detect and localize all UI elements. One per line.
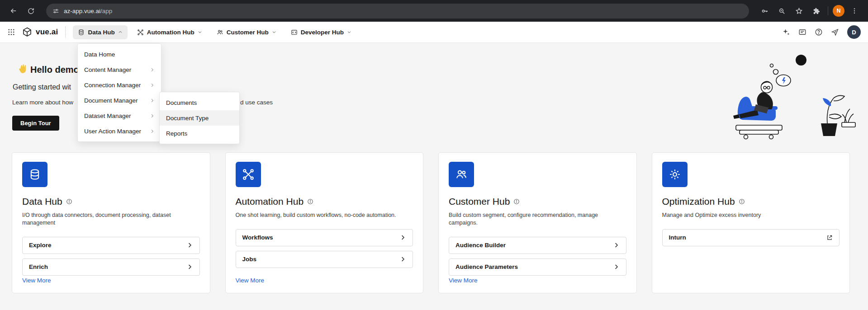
- view-more-link[interactable]: View More: [236, 277, 265, 284]
- app-profile-avatar[interactable]: D: [847, 25, 861, 39]
- audience-parameters-button[interactable]: Audience Parameters: [449, 258, 626, 276]
- chevron-right-icon: [399, 234, 406, 241]
- card-customer-hub: Customer Hub Build custom segment, confi…: [438, 152, 637, 293]
- info-icon[interactable]: [307, 198, 313, 205]
- hero-illustration: [712, 52, 857, 145]
- nav-item-label: Data Hub: [88, 29, 114, 36]
- action-label: Jobs: [242, 256, 257, 263]
- menu-item-label: Reports: [166, 130, 187, 137]
- info-icon[interactable]: [66, 198, 72, 205]
- menu-item-label: Document Type: [166, 115, 209, 122]
- chevron-right-icon: [399, 256, 406, 263]
- card-title: Automation Hub: [236, 196, 304, 207]
- card-description: Manage and Optimize excess inventory: [662, 211, 840, 219]
- menu-item-content-manager[interactable]: Content Manager: [78, 62, 161, 77]
- database-icon: [22, 162, 47, 187]
- hero-description-left: Learn more about how: [12, 99, 73, 106]
- menu-item-label: User Action Manager: [84, 128, 141, 135]
- menu-item-user-action-manager[interactable]: User Action Manager: [78, 123, 161, 139]
- submenu-item-document-type[interactable]: Document Type: [160, 110, 239, 126]
- chevron-right-icon: [186, 242, 193, 249]
- help-icon[interactable]: [815, 28, 823, 36]
- card-data-hub: Data Hub I/O through data connectors, do…: [12, 152, 210, 293]
- submenu-item-reports[interactable]: Reports: [160, 126, 239, 141]
- info-icon[interactable]: [513, 198, 520, 205]
- menu-item-label: Dataset Manager: [84, 113, 131, 119]
- chrome-separator: [828, 6, 828, 15]
- browser-profile-avatar[interactable]: N: [833, 5, 844, 17]
- chevron-right-icon: [613, 263, 620, 270]
- hero-subtitle: Getting started wit: [13, 83, 71, 91]
- menu-item-label: Documents: [166, 99, 197, 106]
- chevron-right-icon: [150, 113, 155, 118]
- enrich-button[interactable]: Enrich: [22, 258, 200, 276]
- vueai-logo-mark-icon: [22, 27, 33, 38]
- site-controls-icon[interactable]: [52, 8, 59, 14]
- chevron-right-icon: [150, 98, 155, 103]
- workflows-button[interactable]: Workflows: [236, 229, 413, 246]
- logo-text: vue.ai: [36, 28, 58, 37]
- inturn-button[interactable]: Inturn: [662, 229, 840, 246]
- nav-item-customer-hub[interactable]: Customer Hub: [212, 25, 281, 39]
- action-label: Workflows: [242, 234, 273, 241]
- action-label: Audience Parameters: [455, 263, 518, 270]
- chevron-down-icon: [347, 30, 351, 34]
- submenu-item-documents[interactable]: Documents: [160, 95, 239, 110]
- hub-cards: Data Hub I/O through data connectors, do…: [12, 152, 850, 293]
- audience-builder-button[interactable]: Audience Builder: [449, 237, 626, 254]
- back-icon[interactable]: [6, 4, 21, 18]
- card-description: One shot learning, build custom workflow…: [236, 211, 413, 219]
- nav-item-developer-hub[interactable]: Developer Hub: [286, 25, 356, 39]
- card-description: Build custom segment, configure recommen…: [449, 211, 626, 227]
- apps-grid-icon[interactable]: [7, 28, 15, 36]
- card-title: Data Hub: [22, 196, 62, 207]
- nav-item-data-hub[interactable]: Data Hub: [73, 25, 127, 39]
- menu-item-document-manager[interactable]: Document Manager: [78, 93, 161, 108]
- nav-item-automation-hub[interactable]: Automation Hub: [132, 25, 207, 39]
- panel-icon[interactable]: [798, 28, 806, 36]
- menu-item-data-home[interactable]: Data Home: [78, 47, 161, 62]
- jobs-button[interactable]: Jobs: [236, 251, 413, 268]
- menu-item-label: Content Manager: [84, 66, 131, 73]
- card-description: I/O through data connectors, document pr…: [22, 211, 200, 227]
- view-more-link[interactable]: View More: [22, 277, 51, 284]
- action-label: Enrich: [29, 263, 48, 270]
- card-title: Customer Hub: [449, 196, 510, 207]
- url-host: az-app.vue.ai: [64, 8, 100, 14]
- vueai-logo[interactable]: vue.ai: [22, 27, 58, 38]
- extensions-puzzle-icon[interactable]: [809, 4, 823, 18]
- bookmark-star-icon[interactable]: [792, 4, 806, 18]
- zoom-icon[interactable]: [774, 4, 789, 18]
- key-icon[interactable]: [757, 4, 772, 18]
- chevron-down-icon: [272, 30, 276, 34]
- sparkle-icon[interactable]: [782, 28, 790, 36]
- card-automation-hub: Automation Hub One shot learning, build …: [225, 152, 424, 293]
- send-icon[interactable]: [831, 28, 839, 36]
- chevron-right-icon: [150, 67, 155, 72]
- menu-item-dataset-manager[interactable]: Dataset Manager: [78, 108, 161, 123]
- nav-items: Data Hub Automation Hub Customer Hub: [73, 25, 356, 39]
- view-more-link[interactable]: View More: [449, 277, 478, 284]
- database-icon: [78, 29, 85, 36]
- app-top-nav: vue.ai Data Hub Automation Hub C: [0, 22, 868, 43]
- browser-chrome: az-app.vue.ai/app N: [0, 0, 868, 22]
- wave-icon: [17, 63, 28, 75]
- menu-item-connection-manager[interactable]: Connection Manager: [78, 77, 161, 93]
- menu-dots-icon[interactable]: [847, 4, 862, 18]
- chevron-up-icon: [118, 30, 123, 34]
- info-icon[interactable]: [739, 198, 745, 205]
- explore-button[interactable]: Explore: [22, 237, 200, 254]
- chevron-down-icon: [198, 30, 202, 34]
- external-link-icon: [826, 235, 833, 241]
- code-window-icon: [291, 29, 298, 36]
- refresh-icon[interactable]: [24, 4, 38, 18]
- workflow-icon: [236, 162, 261, 187]
- url-bar[interactable]: az-app.vue.ai/app: [46, 4, 749, 19]
- nav-divider: [65, 27, 66, 38]
- workflow-icon: [137, 29, 144, 36]
- menu-item-label: Data Home: [84, 51, 115, 58]
- nav-item-label: Customer Hub: [227, 29, 269, 36]
- chevron-right-icon: [150, 129, 155, 134]
- menu-item-label: Connection Manager: [84, 82, 141, 89]
- begin-tour-button[interactable]: Begin Tour: [12, 116, 59, 131]
